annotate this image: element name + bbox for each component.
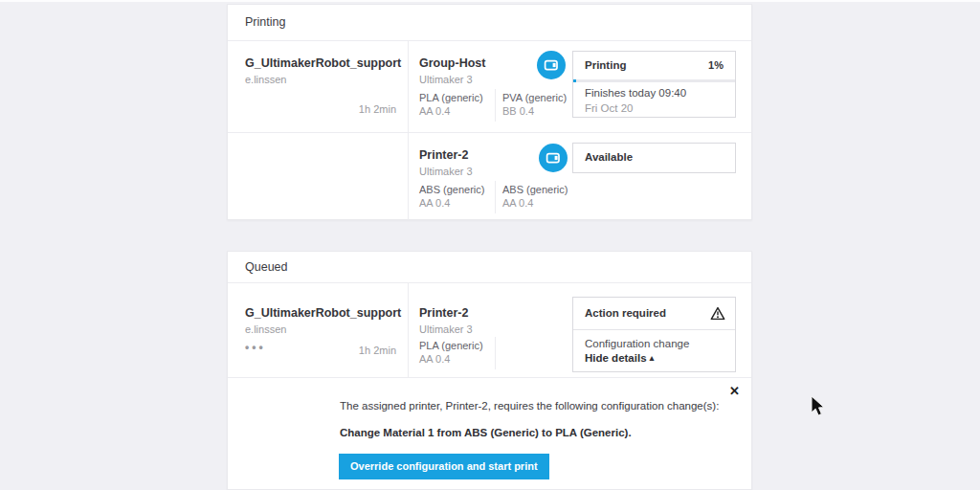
printer-name: Printer-2 [419,306,468,320]
configuration-message: The assigned printer, Printer-2, require… [340,400,719,412]
printer-group-icon [537,51,566,79]
status-finish-time: Finishes today 09:40 [585,87,686,99]
status-label: Action required [585,298,666,328]
status-label: Available [585,144,633,171]
printer-model: Ultimaker 3 [419,323,473,335]
mouse-cursor [811,395,826,417]
material-1-name: ABS (generic) [419,184,484,195]
job-owner: e.linssen [245,74,286,85]
job-name: G_UltimakerRobot_support [245,306,401,320]
available-status-box: Available [572,143,736,173]
action-required-box: Action required Configuration change Hid… [572,297,736,372]
print-status-box: Printing 1% Finishes today 09:40 Fri Oct… [572,51,736,118]
divider [573,329,735,330]
hide-details-toggle[interactable]: Hide details ▴ [585,352,654,364]
window-top-edge [0,0,980,2]
material-2-name: ABS (generic) [502,184,568,195]
status-label: Printing [585,52,626,79]
material-2-name: PVA (generic) [502,92,567,103]
close-icon[interactable]: ✕ [729,385,740,397]
status-finish-date: Fri Oct 20 [585,102,633,114]
material-2-core: AA 0.4 [502,197,533,209]
printer-model: Ultimaker 3 [419,74,473,85]
warning-icon [710,306,725,321]
material-1-core: AA 0.4 [419,353,450,365]
column-divider [408,282,409,377]
job-context-menu-button[interactable]: ••• [245,341,266,354]
material-1-name: PLA (generic) [419,340,483,351]
override-configuration-button[interactable]: Override configuration and start print [339,454,549,479]
printer-name: Printer-2 [419,148,468,162]
job-duration: 1h 2min [359,345,396,356]
progress-bar-fill [573,79,576,82]
queued-section-title: Queued [245,252,287,282]
job-owner: e.linssen [245,323,286,335]
material-divider [495,181,496,213]
app-root: Printing G_UltimakerRobot_support e.lins… [0,0,980,490]
material-1-core: AA 0.4 [419,197,450,209]
printer-model: Ultimaker 3 [419,166,473,177]
material-divider [495,89,496,122]
column-divider [408,40,409,220]
material-divider [495,337,496,369]
material-2-core: BB 0.4 [502,105,534,117]
divider [228,282,751,283]
hide-details-label: Hide details [585,352,647,364]
progress-bar-track [573,79,735,82]
status-progress-percent: 1% [708,52,724,79]
divider [228,377,751,378]
divider [228,132,751,133]
status-detail: Configuration change [585,338,689,349]
job-duration: 1h 2min [359,103,396,115]
printing-section-title: Printing [245,5,285,40]
printer-name: Group-Host [419,56,485,70]
configuration-change-line: Change Material 1 from ABS (Generic) to … [340,427,632,438]
divider [228,40,751,41]
material-1-core: AA 0.4 [419,105,450,117]
job-name: G_UltimakerRobot_support [245,56,401,70]
caret-up-icon: ▴ [650,353,655,363]
material-1-name: PLA (generic) [419,92,483,103]
printer-icon [539,144,568,172]
queued-panel: Queued G_UltimakerRobot_support e.linsse… [227,251,752,490]
printing-panel: Printing G_UltimakerRobot_support e.lins… [227,4,752,220]
